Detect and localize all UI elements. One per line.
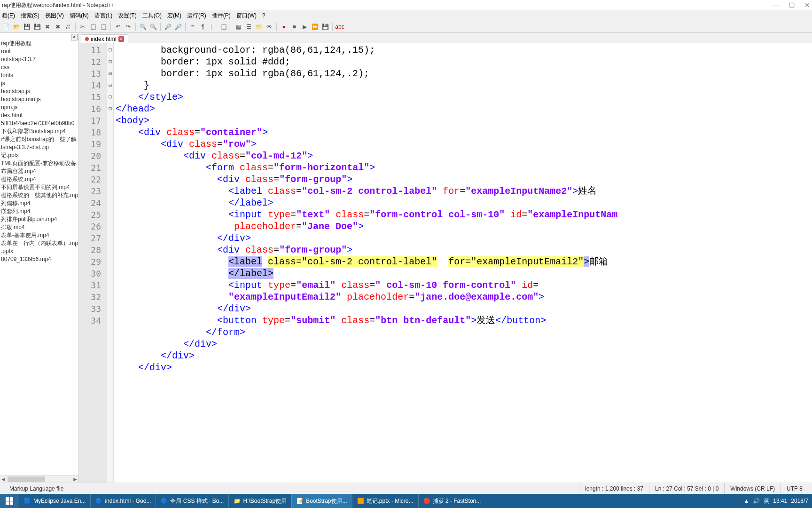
wordwrap-icon[interactable]: ≡	[188, 23, 197, 31]
menu-macro[interactable]: 宏(M)	[167, 12, 181, 20]
paste-icon[interactable]: 📋	[99, 23, 108, 31]
tree-item[interactable]: 5fff1b44aed2e733f4ef0b98b0	[1, 119, 78, 127]
tree-item[interactable]: 布局容器.mp4	[1, 167, 78, 175]
menu-encoding[interactable]: 编码(N)	[70, 12, 89, 20]
func-list-icon[interactable]: ☰	[244, 23, 253, 31]
tree-item[interactable]: 下载和部署Bootstrap.mp4	[1, 127, 78, 135]
panel-close-icon[interactable]: ×	[71, 34, 78, 40]
folder-tree[interactable]: rap使用教程 root ootstrap-3.3.7 css fonts js…	[0, 33, 78, 264]
tree-item[interactable]: js	[1, 79, 78, 87]
menu-help[interactable]: ?	[262, 12, 265, 19]
maximize-button[interactable]: ☐	[789, 1, 795, 9]
show-chars-icon[interactable]: ¶	[199, 23, 207, 31]
tree-item[interactable]: 列偏移.mp4	[1, 199, 78, 207]
monitor-icon[interactable]: 👁	[265, 23, 273, 31]
menu-file[interactable]: 档(E)	[2, 12, 15, 20]
taskbar-item[interactable]: 🟧笔记.pptx - Micro...	[352, 494, 418, 508]
tree-item[interactable]: bootstrap.js	[1, 87, 78, 95]
taskbar-item[interactable]: 📁H:\BootStrap使用	[228, 494, 291, 508]
print-icon[interactable]: 🖨	[64, 23, 72, 31]
tray-up-icon[interactable]: ▲	[743, 498, 749, 504]
new-file-icon[interactable]: 📄	[2, 23, 10, 31]
tree-item[interactable]: 栅格系统的一些其他的补充.mp4	[1, 191, 78, 199]
menu-settings[interactable]: 设置(T)	[118, 12, 136, 20]
editor-tabbar: index.html ×	[79, 33, 812, 43]
indent-guide-icon[interactable]: ⎸	[209, 23, 218, 31]
play-multi-icon[interactable]: ⏩	[311, 23, 319, 31]
close-all-icon[interactable]: ✖	[54, 23, 62, 31]
tree-item[interactable]: 表单在一行内（内联表单）.mp4	[1, 239, 78, 247]
spellcheck-icon[interactable]: abc	[336, 23, 344, 31]
zoom-in-icon[interactable]: 🔎	[164, 23, 172, 31]
start-button[interactable]	[0, 494, 19, 508]
menu-tools[interactable]: 工具(O)	[142, 12, 162, 20]
tree-item[interactable]: fonts	[1, 71, 78, 79]
save-macro-icon[interactable]: 💾	[321, 23, 329, 31]
fold-column[interactable]: ⊟⊟⊟⊟⊟⊟	[107, 43, 114, 483]
tree-item[interactable]: #课之前对boostrap的一些了解	[1, 135, 78, 143]
tab-index-html[interactable]: index.html ×	[81, 34, 128, 43]
stop-icon[interactable]: ■	[290, 23, 298, 31]
find-icon[interactable]: 🔍	[139, 23, 147, 31]
replace-icon[interactable]: 🔍	[149, 23, 157, 31]
tree-item[interactable]: TML页面的配置-兼容移动设备.	[1, 159, 78, 167]
tree-item[interactable]: css	[1, 64, 78, 71]
tree-item[interactable]: 表单-基本使用.mp4	[1, 231, 78, 239]
status-encoding[interactable]: UTF-8	[781, 483, 808, 494]
tree-item[interactable]: tstrap-3.3.7-dist.zip	[1, 143, 78, 151]
tree-item[interactable]: root	[1, 48, 78, 56]
status-eol[interactable]: Windows (CR LF)	[724, 483, 781, 494]
taskbar-item[interactable]: 🔴捕获 2 - FastSton...	[418, 494, 486, 508]
menu-search[interactable]: 搜索(S)	[21, 12, 39, 20]
zoom-out-icon[interactable]: 🔎	[174, 23, 182, 31]
line-number-gutter: 1112131415161718192021222324252627282930…	[79, 43, 107, 483]
tree-item[interactable]: bootstrap.min.js	[1, 95, 78, 103]
close-file-icon[interactable]: ✖	[43, 23, 52, 31]
save-icon[interactable]: 💾	[23, 23, 31, 31]
notepadpp-icon: 📝	[297, 498, 303, 504]
taskbar-item[interactable]: 🔵index.html - Goo...	[90, 494, 156, 508]
tree-item[interactable]: rap使用教程	[1, 40, 78, 48]
taskbar-item[interactable]: 🟦MyEclipse Java En...	[19, 494, 90, 508]
undo-icon[interactable]: ↶	[114, 23, 122, 31]
lang-icon[interactable]: 📋	[219, 23, 228, 31]
tree-item[interactable]: dex.html	[1, 111, 78, 119]
ime-indicator[interactable]: 英	[764, 497, 769, 505]
menu-plugins[interactable]: 插件(P)	[212, 12, 231, 20]
toolbar: 📄 📂 💾 💾 ✖ ✖ 🖨 ✂ 📋 📋 ↶ ↷ 🔍 🔍 🔎 🔎 ≡ ¶ ⎸ 📋 …	[0, 21, 812, 33]
menu-window[interactable]: 窗口(W)	[236, 12, 257, 20]
volume-icon[interactable]: 🔊	[753, 498, 760, 504]
folder-panel-icon[interactable]: 📁	[255, 23, 263, 31]
tab-close-icon[interactable]: ×	[118, 36, 124, 42]
open-file-icon[interactable]: 📂	[12, 23, 21, 31]
tree-item[interactable]: 栅格系统.mp4	[1, 175, 78, 183]
tree-item[interactable]: 列排序pull和push.mp4	[1, 215, 78, 223]
menu-run[interactable]: 运行(R)	[187, 12, 206, 20]
doc-map-icon[interactable]: ▦	[234, 23, 242, 31]
tree-item[interactable]: npm.js	[1, 103, 78, 111]
play-icon[interactable]: ▶	[300, 23, 309, 31]
code-editor[interactable]: background-color: rgba(86,61,124,.15); b…	[114, 43, 812, 483]
tree-item[interactable]: ootstrap-3.3.7	[1, 56, 78, 64]
clock-time[interactable]: 13:41	[773, 498, 787, 504]
close-button[interactable]: ✕	[804, 1, 810, 9]
tree-item[interactable]: 80709_133956.mp4	[1, 255, 78, 263]
tree-scrollbar-horizontal[interactable]: ◄►	[0, 475, 78, 483]
chrome-icon: 🔵	[95, 498, 102, 504]
cut-icon[interactable]: ✂	[78, 23, 87, 31]
tree-item[interactable]: .pptx	[1, 247, 78, 255]
minimize-button[interactable]: —	[773, 1, 780, 9]
tree-item[interactable]: 不同屏幕设置不同的列.mp4	[1, 183, 78, 191]
menu-view[interactable]: 视图(V)	[45, 12, 64, 20]
tree-item[interactable]: 排版.mp4	[1, 223, 78, 231]
save-all-icon[interactable]: 💾	[33, 23, 41, 31]
record-icon[interactable]: ●	[280, 23, 288, 31]
system-tray[interactable]: ▲ 🔊 英 13:41 2018/7	[743, 497, 812, 505]
tree-item[interactable]: 记.pptx	[1, 151, 78, 159]
taskbar-item[interactable]: 📝BootStrap使用...	[291, 494, 351, 508]
redo-icon[interactable]: ↷	[124, 23, 133, 31]
taskbar-item[interactable]: 🔵全局 CSS 样式 · Bo...	[156, 494, 228, 508]
tree-item[interactable]: 嵌套列.mp4	[1, 207, 78, 215]
copy-icon[interactable]: 📋	[89, 23, 97, 31]
menu-language[interactable]: 语言(L)	[94, 12, 113, 20]
